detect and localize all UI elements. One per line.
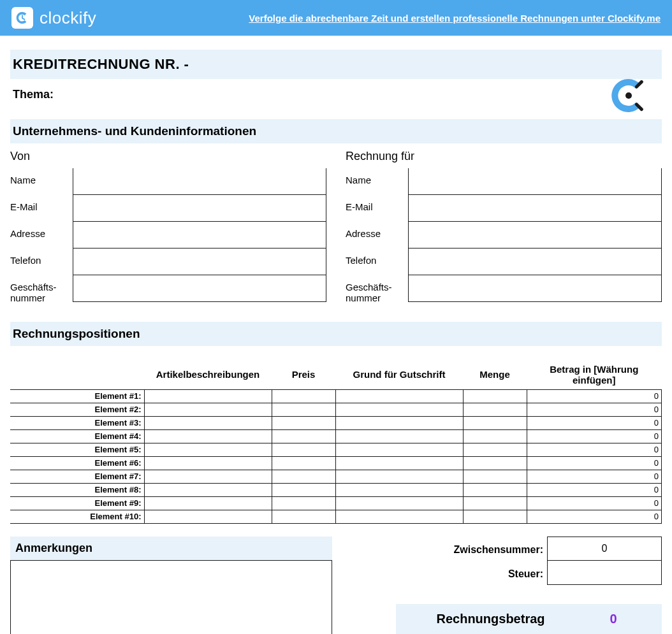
row-reason[interactable]: [335, 470, 463, 483]
row-desc[interactable]: [144, 403, 272, 416]
row-label: Element #6:: [10, 456, 144, 470]
row-amount: 0: [527, 403, 662, 416]
row-qty[interactable]: [463, 483, 527, 496]
notes-textarea[interactable]: [10, 560, 332, 635]
row-reason[interactable]: [335, 510, 463, 523]
company-info-header: Unternehmens- und Kundeninformationen: [10, 119, 662, 143]
row-amount: 0: [527, 443, 662, 456]
final-total-row: Rechnungsbetrag 0: [396, 604, 662, 634]
to-phone-label: Telefon: [346, 249, 408, 275]
row-amount: 0: [527, 456, 662, 470]
row-label: Element #4:: [10, 429, 144, 443]
row-desc[interactable]: [144, 510, 272, 523]
row-price[interactable]: [272, 429, 335, 443]
from-header: Von: [10, 147, 326, 168]
row-amount: 0: [527, 496, 662, 510]
to-column: Rechnung für Name E-Mail Adresse Telefon…: [346, 147, 662, 304]
line-items-title: Rechnungspositionen: [13, 327, 659, 341]
row-price[interactable]: [272, 389, 335, 403]
to-name-label: Name: [346, 168, 408, 195]
row-amount: 0: [527, 470, 662, 483]
row-qty[interactable]: [463, 416, 527, 429]
row-price[interactable]: [272, 403, 335, 416]
row-amount: 0: [527, 510, 662, 523]
row-reason[interactable]: [335, 429, 463, 443]
row-reason[interactable]: [335, 496, 463, 510]
row-price[interactable]: [272, 456, 335, 470]
row-price[interactable]: [272, 470, 335, 483]
row-desc[interactable]: [144, 416, 272, 429]
tax-label: Steuer:: [396, 561, 547, 585]
brand-text: clockify: [40, 8, 96, 28]
tax-value[interactable]: [547, 561, 662, 585]
row-qty[interactable]: [463, 496, 527, 510]
from-biznum-label: Geschäfts-nummer: [10, 275, 73, 304]
from-address-label: Adresse: [10, 222, 73, 249]
from-phone-label: Telefon: [10, 249, 73, 275]
row-qty[interactable]: [463, 470, 527, 483]
row-desc[interactable]: [144, 389, 272, 403]
row-desc[interactable]: [144, 470, 272, 483]
row-qty[interactable]: [463, 429, 527, 443]
from-phone-input[interactable]: [73, 249, 326, 275]
from-column: Von Name E-Mail Adresse Telefon Geschäft…: [10, 147, 326, 304]
row-label: Element #5:: [10, 443, 144, 456]
from-address-input[interactable]: [73, 222, 326, 249]
row-label: Element #8:: [10, 483, 144, 496]
row-price[interactable]: [272, 510, 335, 523]
invoice-title-bar: KREDITRECHNUNG NR. -: [10, 50, 662, 79]
line-items-header: Rechnungspositionen: [10, 322, 662, 346]
row-qty[interactable]: [463, 510, 527, 523]
to-address-input[interactable]: [408, 222, 662, 249]
from-biznum-input[interactable]: [73, 275, 326, 302]
row-label: Element #2:: [10, 403, 144, 416]
subtotal-value: 0: [547, 537, 662, 561]
col-qty: Menge: [463, 360, 527, 390]
row-amount: 0: [527, 483, 662, 496]
row-desc[interactable]: [144, 443, 272, 456]
row-amount: 0: [527, 429, 662, 443]
to-email-label: E-Mail: [346, 195, 408, 222]
row-reason[interactable]: [335, 416, 463, 429]
row-desc[interactable]: [144, 456, 272, 470]
row-qty[interactable]: [463, 389, 527, 403]
from-email-input[interactable]: [73, 195, 326, 222]
row-label: Element #9:: [10, 496, 144, 510]
col-price: Preis: [272, 360, 335, 390]
totals-section: Zwischensummer: 0 Steuer: Rechnungsbetra…: [396, 537, 662, 634]
row-qty[interactable]: [463, 403, 527, 416]
clockify-watermark-icon: [608, 75, 649, 119]
to-phone-input[interactable]: [408, 249, 662, 275]
final-value: 0: [575, 612, 652, 626]
row-desc[interactable]: [144, 496, 272, 510]
row-reason[interactable]: [335, 483, 463, 496]
row-qty[interactable]: [463, 443, 527, 456]
to-name-input[interactable]: [408, 168, 662, 195]
row-desc[interactable]: [144, 429, 272, 443]
row-label: Element #10:: [10, 510, 144, 523]
to-biznum-input[interactable]: [408, 275, 662, 302]
top-banner: clockify Verfolge die abrechenbare Zeit …: [0, 0, 672, 36]
row-price[interactable]: [272, 496, 335, 510]
row-price[interactable]: [272, 483, 335, 496]
svg-point-0: [625, 92, 632, 99]
row-desc[interactable]: [144, 483, 272, 496]
brand-logo: clockify: [11, 7, 96, 29]
row-qty[interactable]: [463, 456, 527, 470]
from-name-input[interactable]: [73, 168, 326, 195]
promo-link[interactable]: Verfolge die abrechenbare Zeit und erste…: [249, 13, 661, 24]
invoice-title: KREDITRECHNUNG NR. -: [13, 56, 659, 73]
row-price[interactable]: [272, 416, 335, 429]
row-amount: 0: [527, 389, 662, 403]
row-price[interactable]: [272, 443, 335, 456]
to-email-input[interactable]: [408, 195, 662, 222]
to-header: Rechnung für: [346, 147, 662, 168]
row-reason[interactable]: [335, 456, 463, 470]
col-reason: Grund für Gutschrift: [335, 360, 463, 390]
from-email-label: E-Mail: [10, 195, 73, 222]
row-reason[interactable]: [335, 403, 463, 416]
row-reason[interactable]: [335, 389, 463, 403]
subject-label: Thema:: [13, 88, 54, 101]
row-reason[interactable]: [335, 443, 463, 456]
col-desc: Artikelbeschreibungen: [144, 360, 272, 390]
